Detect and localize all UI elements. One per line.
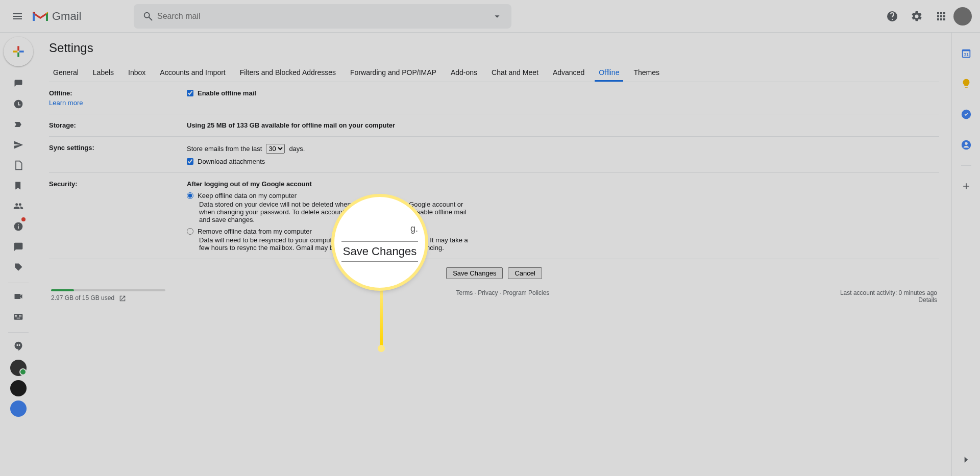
nav-tag[interactable] — [6, 258, 31, 277]
search-input[interactable] — [157, 12, 488, 21]
nav-meet-join[interactable] — [6, 308, 31, 326]
calendar-app[interactable]: 31 — [956, 43, 976, 63]
remove-data-radio[interactable] — [187, 228, 193, 235]
contacts-app[interactable] — [956, 135, 976, 155]
download-attachments-label: Download attachments — [198, 158, 265, 165]
privacy-link[interactable]: Privacy — [478, 289, 498, 296]
tag-icon — [13, 262, 23, 272]
storage-text: Using 25 MB of 133 GB available for offl… — [187, 121, 395, 129]
open-external-icon[interactable] — [119, 295, 126, 302]
nav-info[interactable] — [6, 217, 31, 236]
keep-icon — [961, 78, 972, 89]
tab-forwarding[interactable]: Forwarding and POP/IMAP — [346, 63, 440, 82]
nav-drafts[interactable] — [6, 156, 31, 174]
terms-link[interactable]: Terms — [456, 289, 473, 296]
learn-more-link[interactable]: Learn more — [49, 99, 187, 107]
magnifier-dot — [378, 345, 385, 352]
nav-chat-avatar-2[interactable] — [6, 378, 31, 396]
tab-chat[interactable]: Chat and Meet — [487, 63, 543, 82]
people-icon — [13, 201, 23, 211]
magnifier-highlight: g. Save Changes — [334, 197, 425, 288]
apps-button[interactable] — [929, 4, 953, 29]
nav-sent[interactable] — [6, 136, 31, 154]
offline-section-label: Offline: — [49, 89, 72, 97]
gear-icon — [911, 10, 923, 22]
nav-chat[interactable] — [6, 238, 31, 256]
support-button[interactable] — [880, 4, 904, 29]
security-heading: After logging out of my Google account — [187, 180, 939, 188]
send-icon — [13, 140, 23, 150]
magnifier-connector — [380, 286, 383, 347]
tab-addons[interactable]: Add-ons — [447, 63, 481, 82]
nav-categories[interactable] — [6, 177, 31, 195]
enable-offline-checkbox[interactable] — [187, 90, 193, 96]
keep-data-desc: Data stored on your device will not be d… — [199, 201, 475, 223]
plus-icon — [961, 181, 971, 191]
nav-snoozed[interactable] — [6, 95, 31, 113]
tasks-app[interactable] — [956, 104, 976, 124]
chevron-right-icon — [961, 455, 971, 465]
tab-inbox[interactable]: Inbox — [124, 63, 150, 82]
tasks-icon — [961, 109, 972, 120]
search-icon — [142, 11, 154, 22]
nav-hangouts[interactable] — [6, 337, 31, 355]
download-attachments-checkbox[interactable] — [187, 158, 193, 165]
enable-offline-label: Enable offline mail — [198, 89, 256, 97]
nav-meet-new[interactable] — [6, 287, 31, 306]
tab-filters[interactable]: Filters and Blocked Addresses — [236, 63, 340, 82]
main-menu-button[interactable] — [5, 4, 30, 29]
search-bar[interactable] — [134, 4, 511, 29]
save-changes-button[interactable]: Save Changes — [446, 267, 503, 279]
keep-app[interactable] — [956, 73, 976, 94]
tab-themes[interactable]: Themes — [629, 63, 664, 82]
label-icon — [13, 181, 23, 191]
info-icon — [13, 221, 23, 232]
account-activity-text: Last account activity: 0 minutes ago — [840, 289, 937, 296]
compose-button[interactable] — [4, 37, 33, 66]
gmail-wordmark: Gmail — [52, 10, 81, 23]
hamburger-icon — [11, 10, 23, 22]
store-prefix: Store emails from the last — [187, 145, 262, 153]
gmail-icon — [32, 10, 49, 23]
storage-used-text: 2.97 GB of 15 GB used — [51, 294, 114, 302]
keep-data-label: Keep offline data on my computer — [198, 192, 297, 199]
inbox-icon — [13, 79, 23, 89]
settings-button[interactable] — [904, 4, 929, 29]
sync-days-select[interactable]: 30 — [266, 144, 285, 154]
storage-bar — [51, 289, 165, 291]
hangouts-icon — [13, 341, 23, 351]
nav-chat-avatar-1[interactable] — [6, 357, 31, 375]
nav-contacts[interactable] — [6, 197, 31, 215]
nav-chat-avatar-3[interactable] — [6, 398, 31, 416]
left-sidebar — [0, 33, 37, 476]
keep-data-radio[interactable] — [187, 192, 193, 199]
svg-text:31: 31 — [963, 52, 968, 57]
tab-labels[interactable]: Labels — [89, 63, 118, 82]
keyboard-icon — [13, 312, 23, 322]
settings-tabs: General Labels Inbox Accounts and Import… — [49, 63, 939, 82]
policies-link[interactable]: Program Policies — [503, 289, 550, 296]
side-panel-collapse[interactable] — [956, 449, 976, 470]
help-icon — [886, 10, 898, 22]
svg-point-5 — [965, 142, 968, 145]
cancel-button[interactable]: Cancel — [508, 267, 542, 279]
account-avatar[interactable] — [953, 7, 972, 26]
magnifier-top-fragment: g. — [341, 223, 418, 234]
chevron-down-icon[interactable] — [492, 11, 503, 22]
clock-icon — [13, 99, 23, 109]
contacts-icon — [961, 139, 972, 151]
details-link[interactable]: Details — [918, 296, 937, 304]
file-icon — [13, 160, 23, 170]
get-addons[interactable] — [956, 176, 976, 196]
side-panel: 31 — [951, 33, 980, 476]
video-icon — [13, 291, 23, 302]
tab-accounts[interactable]: Accounts and Import — [156, 63, 229, 82]
gmail-logo[interactable]: Gmail — [32, 10, 134, 23]
tab-general[interactable]: General — [49, 63, 83, 82]
important-icon — [13, 119, 23, 130]
calendar-icon: 31 — [961, 47, 972, 59]
nav-important[interactable] — [6, 115, 31, 134]
tab-offline[interactable]: Offline — [595, 63, 623, 82]
tab-advanced[interactable]: Advanced — [549, 63, 589, 82]
nav-inbox[interactable] — [6, 74, 31, 93]
